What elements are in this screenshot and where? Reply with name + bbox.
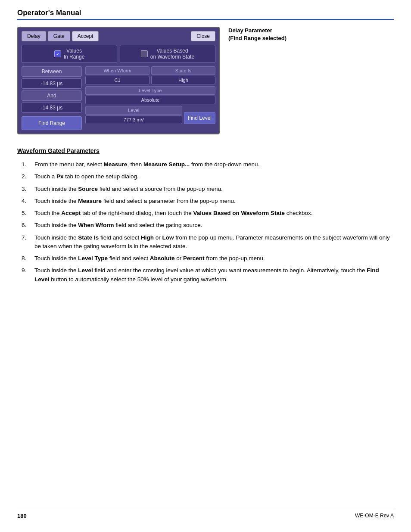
level-type-field: Level Type Absolute (85, 86, 215, 104)
steps-list: 1. From the menu bar, select Measure, th… (17, 160, 394, 284)
values-in-range-label: ValuesIn Range (64, 48, 85, 60)
values-based-label: Values Basedon Waveform State (150, 48, 194, 60)
caption-line2: (Find Range selected) (228, 34, 286, 42)
between-label: Between (22, 66, 82, 77)
when-wform-value[interactable]: C1 (85, 76, 149, 84)
level-type-row: Level Type Absolute (85, 86, 215, 104)
values-in-range-checkbox[interactable]: ✓ (54, 50, 61, 57)
state-is-value[interactable]: High (151, 76, 215, 84)
options-row: ✓ ValuesIn Range Values Basedon Waveform… (22, 45, 215, 63)
tab-row: Delay Gate Accept Close (22, 31, 215, 41)
page-footer: 180 WE-OM-E Rev A (17, 509, 394, 519)
when-wform-label: When Wform (85, 66, 149, 75)
and-label: And (22, 90, 82, 101)
values-based-checkbox[interactable] (141, 50, 148, 57)
tab-delay[interactable]: Delay (22, 31, 46, 41)
state-is-label: State Is (151, 66, 215, 75)
level-value[interactable]: 777.3 mV (85, 115, 182, 124)
page-header: Operator's Manual (17, 9, 394, 20)
right-column: When Wform C1 State Is High Level Type A… (85, 66, 215, 130)
tab-accept[interactable]: Accept (72, 31, 99, 41)
step-8: 8. Touch inside the Level Type field and… (22, 254, 394, 263)
caption-line1: Delay Parameter (228, 27, 286, 34)
tab-gate[interactable]: Gate (48, 31, 70, 41)
value1-field[interactable]: -14.83 µs (22, 78, 82, 89)
dialog-and-caption: Delay Gate Accept Close ✓ ValuesIn Range… (17, 27, 394, 140)
page-title: Operator's Manual (17, 9, 394, 17)
level-type-value[interactable]: Absolute (85, 96, 215, 104)
find-level-button[interactable]: Find Level (184, 112, 215, 124)
step-5: 5. Touch the Accept tab of the right-han… (22, 209, 394, 218)
step-2: 2. Touch a Px tab to open the setup dial… (22, 172, 394, 181)
step-3: 3. Touch inside the Source field and sel… (22, 185, 394, 193)
level-type-label: Level Type (85, 86, 215, 95)
level-row: Level 777.3 mV Find Level (85, 106, 215, 124)
step-4: 4. Touch inside the Measure field and se… (22, 197, 394, 205)
step-7: 7. Touch inside the State Is field and s… (22, 233, 394, 251)
doc-id: WE-OM-E Rev A (355, 513, 394, 519)
step-1: 1. From the menu bar, select Measure, th… (22, 160, 394, 169)
state-is-field: State Is High (151, 66, 215, 84)
step-6: 6. Touch inside the When Wform field and… (22, 221, 394, 230)
section-heading: Waveform Gated Parameters (17, 147, 394, 154)
values-in-range-option[interactable]: ✓ ValuesIn Range (22, 45, 117, 63)
main-content: Between -14.83 µs And -14.83 µs Find Ran… (22, 66, 215, 130)
level-field: Level 777.3 mV (85, 106, 182, 124)
caption: Delay Parameter (Find Range selected) (228, 27, 286, 42)
values-based-on-waveform-option[interactable]: Values Basedon Waveform State (120, 45, 215, 63)
value2-field[interactable]: -14.83 µs (22, 103, 82, 113)
page-number: 180 (17, 513, 27, 519)
left-column: Between -14.83 µs And -14.83 µs Find Ran… (22, 66, 82, 130)
find-range-button[interactable]: Find Range (22, 116, 82, 130)
close-button[interactable]: Close (191, 31, 215, 41)
wform-state-row: When Wform C1 State Is High (85, 66, 215, 84)
level-label: Level (85, 106, 182, 115)
step-9: 9. Touch inside the Level field and ente… (22, 266, 394, 284)
when-wform-field: When Wform C1 (85, 66, 149, 84)
instrument-dialog: Delay Gate Accept Close ✓ ValuesIn Range… (17, 27, 220, 134)
